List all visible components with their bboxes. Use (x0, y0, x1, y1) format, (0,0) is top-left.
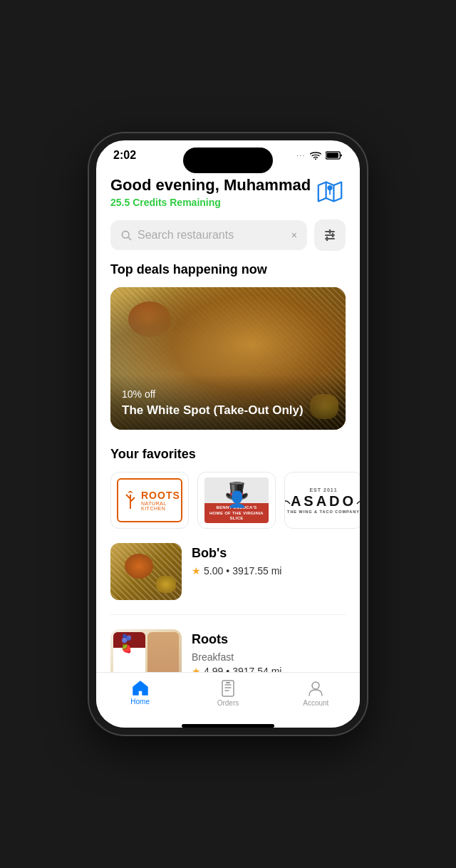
roots-name: ROOTS (141, 490, 180, 501)
status-icons: ··· (296, 151, 343, 160)
asado-name: ASADO (291, 493, 356, 510)
svg-line-7 (128, 237, 131, 240)
favorite-benny[interactable]: 🎩 👤 BENNY DELUCA'S HOME OF THE VIRGINIA … (197, 472, 276, 529)
asado-logo: EST 2011 ASADO THE WING & TACO COMPANY (284, 487, 360, 514)
header-section: Good evening, Muhammad 25.5 Credits Rema… (96, 166, 360, 214)
deal-discount: 10% off (122, 388, 334, 400)
orders-icon (220, 680, 236, 697)
favorites-section: Your favorites (96, 447, 360, 529)
restaurant-rating-bobs: ★ 5.00 • 3917.55 mi (192, 565, 346, 577)
home-indicator (182, 724, 274, 728)
deal-name: The White Spot (Take-Out Only) (122, 403, 334, 418)
rating-value-bobs: 5.00 (204, 565, 223, 577)
rating-dot: • (226, 565, 229, 577)
deal-card-0[interactable]: 10% off The White Spot (Take-Out Only) (110, 287, 346, 430)
nav-orders-label: Orders (217, 699, 239, 707)
roots-thumb-image (110, 629, 182, 672)
asado-arc-left (284, 497, 291, 505)
restaurant-list: Bob's ★ 5.00 • 3917.55 mi (96, 543, 360, 672)
dots-icon: ··· (296, 153, 306, 159)
distance-bobs: 3917.55 mi (232, 565, 281, 577)
account-icon (308, 680, 323, 697)
restaurant-thumb-roots (110, 629, 182, 672)
dynamic-island (183, 148, 273, 173)
nav-orders[interactable]: Orders (184, 680, 271, 707)
restaurant-rating-roots: ★ 4.99 • 3917.54 mi (192, 666, 346, 672)
nav-home[interactable]: Home (96, 680, 184, 707)
benny-logo: 🎩 👤 BENNY DELUCA'S HOME OF THE VIRGINIA … (204, 477, 269, 523)
search-placeholder: Search restaurants (138, 229, 286, 242)
star-icon: ★ (192, 565, 201, 577)
search-icon (120, 229, 132, 241)
search-clear-button[interactable]: × (291, 229, 297, 241)
food-piece-2 (156, 576, 176, 593)
scroll-area[interactable]: Good evening, Muhammad 25.5 Credits Rema… (96, 166, 360, 672)
greeting-block: Good evening, Muhammad 25.5 Credits Rema… (110, 176, 311, 208)
favorite-asado[interactable]: EST 2011 ASADO THE WING & TACO COMPANY (284, 472, 360, 529)
star-icon-roots: ★ (192, 666, 201, 672)
asado-est: EST 2011 (309, 487, 337, 492)
wifi-icon (310, 151, 321, 160)
bowl-left (113, 632, 145, 672)
deals-section: Top deals happening now 10% off The Whit… (96, 262, 360, 430)
roots-sub: NATURAL KITCHEN (141, 501, 180, 511)
deals-title: Top deals happening now (96, 262, 360, 277)
svg-rect-2 (326, 153, 338, 157)
credits-text: 25.5 Credits Remaining (110, 197, 311, 208)
greeting-text: Good evening, Muhammad (110, 176, 311, 195)
filter-icon (323, 228, 337, 242)
distance-roots: 3917.54 mi (232, 666, 281, 672)
roots-logo: ROOTS NATURAL KITCHEN (117, 478, 182, 522)
food-piece-1 (125, 554, 153, 579)
map-view-button[interactable] (314, 176, 346, 207)
restaurant-info-bobs: Bob's ★ 5.00 • 3917.55 mi (192, 543, 346, 577)
favorites-title: Your favorites (96, 447, 360, 462)
bowl-right (147, 632, 180, 672)
search-section: Search restaurants × (96, 214, 360, 262)
bobs-thumb-image (110, 543, 182, 600)
home-icon (132, 680, 149, 696)
nav-home-label: Home (130, 698, 150, 706)
phone-frame: 2:02 ··· Good evening, Muhammad 25.5 Cre… (89, 133, 367, 735)
status-time: 2:02 (113, 149, 136, 162)
restaurant-info-roots: Roots Breakfast ★ 4.99 • 3917.54 mi (192, 629, 346, 672)
rating-value-roots: 4.99 (204, 666, 223, 672)
restaurant-item-roots[interactable]: Roots Breakfast ★ 4.99 • 3917.54 mi (110, 629, 346, 672)
restaurant-name-bobs: Bob's (192, 546, 346, 561)
restaurant-name-roots: Roots (192, 632, 346, 647)
nav-account-label: Account (303, 699, 328, 707)
favorites-logos-list: ROOTS NATURAL KITCHEN 🎩 👤 BENNY DELUCA'S… (96, 472, 360, 529)
svg-point-22 (312, 682, 319, 689)
map-icon (317, 179, 343, 205)
asado-arc-right (356, 497, 360, 505)
restaurant-thumb-bobs (110, 543, 182, 600)
search-bar[interactable]: Search restaurants × (110, 220, 307, 250)
filter-button[interactable] (314, 219, 346, 251)
rating-dot-roots: • (226, 666, 229, 672)
restaurant-item-bobs[interactable]: Bob's ★ 5.00 • 3917.55 mi (110, 543, 346, 615)
roots-icon (124, 489, 137, 512)
asado-tagline: THE WING & TACO COMPANY (287, 510, 360, 514)
benny-silhouette: 👤 (227, 490, 247, 509)
nav-account[interactable]: Account (272, 680, 360, 707)
restaurant-category-roots: Breakfast (192, 651, 346, 663)
bottom-nav: Home Orders Account (96, 672, 360, 721)
favorite-roots[interactable]: ROOTS NATURAL KITCHEN (110, 472, 189, 529)
roots-text: ROOTS NATURAL KITCHEN (141, 490, 180, 511)
svg-point-0 (315, 158, 316, 160)
battery-icon (326, 151, 343, 160)
deal-overlay: 10% off The White Spot (Take-Out Only) (110, 374, 346, 430)
